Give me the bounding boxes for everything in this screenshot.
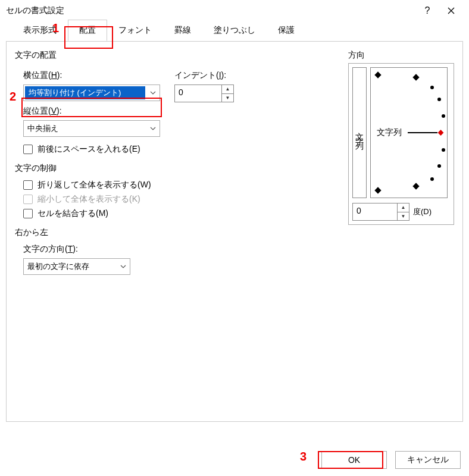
merge-cells-label: セルを結合する(M)	[37, 208, 108, 219]
dial-tick-icon	[412, 74, 419, 80]
text-control-label: 文字の制御	[15, 163, 259, 174]
justify-distributed-label: 前後にスペースを入れる(E)	[37, 144, 140, 155]
wrap-text-label: 折り返して全体を表示する(W)	[37, 180, 151, 190]
deg-down[interactable]: ▼	[398, 212, 409, 221]
rtl-group: 右から左 文字の方向(T): 最初の文字に依存	[15, 227, 259, 275]
ok-button[interactable]: OK	[321, 451, 387, 469]
orientation-needle	[408, 132, 437, 133]
justify-distributed-checkbox[interactable]: 前後にスペースを入れる(E)	[23, 144, 259, 155]
shrink-to-fit-label: 縮小して全体を表示する(K)	[37, 194, 140, 205]
dial-dot	[437, 98, 441, 101]
indent-spinner[interactable]: 0 ▲ ▼	[174, 84, 234, 102]
vertical-align-dropdown[interactable]: 中央揃え	[23, 120, 160, 137]
shrink-to-fit-checkbox: 縮小して全体を表示する(K)	[23, 194, 259, 205]
annotation-1: 1	[52, 21, 59, 35]
horizontal-align-value: 均等割り付け (インデント)	[25, 86, 145, 99]
text-alignment-group: 文字の配置 横位置(H): 均等割り付け (インデント)	[15, 50, 259, 155]
wrap-text-checkbox[interactable]: 折り返して全体を表示する(W)	[23, 180, 259, 190]
indent-label: インデント(I):	[174, 70, 234, 81]
tab-border[interactable]: 罫線	[163, 20, 202, 41]
tab-protection[interactable]: 保護	[267, 20, 306, 41]
tab-fill[interactable]: 塗りつぶし	[202, 20, 267, 41]
dial-tick-icon	[412, 183, 419, 189]
dial-dot	[442, 148, 445, 152]
text-direction-dropdown[interactable]: 最初の文字に依存	[23, 258, 130, 275]
dial-dot	[430, 177, 434, 181]
dial-dot	[442, 114, 445, 118]
horizontal-align-dropdown[interactable]: 均等割り付け (インデント)	[23, 84, 160, 101]
orientation-degrees-spinner[interactable]: 0 ▲ ▼	[352, 203, 409, 221]
indent-down[interactable]: ▼	[222, 94, 233, 102]
orientation-dial-label: 文字列	[377, 127, 402, 138]
dialog-footer: OK キャンセル	[321, 451, 461, 469]
deg-up[interactable]: ▲	[398, 203, 409, 212]
chevron-down-icon	[146, 121, 160, 136]
indent-value[interactable]: 0	[175, 85, 221, 102]
chevron-down-icon	[146, 85, 160, 101]
text-direction-label: 文字の方向(T):	[23, 244, 259, 255]
orientation-vertical-text[interactable]: 文字列	[352, 67, 367, 198]
dial-dot	[430, 86, 434, 89]
vertical-label: 縦位置(V):	[23, 106, 259, 117]
text-direction-value: 最初の文字に依存	[24, 261, 117, 272]
rtl-label: 右から左	[15, 227, 259, 238]
vertical-align-value: 中央揃え	[24, 123, 146, 134]
indent-up[interactable]: ▲	[222, 85, 233, 94]
annotation-2: 2	[10, 90, 16, 104]
merge-cells-checkbox[interactable]: セルを結合する(M)	[23, 208, 259, 219]
cancel-button[interactable]: キャンセル	[395, 451, 461, 469]
dial-tick-icon	[374, 71, 381, 78]
checkbox-box	[23, 195, 33, 204]
dial-dot	[437, 164, 441, 168]
tab-number-format[interactable]: 表示形式	[12, 20, 68, 41]
orientation-pointer	[438, 130, 444, 136]
text-alignment-label: 文字の配置	[15, 50, 259, 61]
tab-bar: 表示形式 配置 フォント 罫線 塗りつぶし 保護	[0, 21, 469, 42]
checkbox-box	[23, 180, 33, 190]
close-icon	[448, 7, 455, 14]
horizontal-label: 横位置(H):	[23, 70, 160, 81]
tab-panel-alignment: 文字の配置 横位置(H): 均等割り付け (インデント)	[6, 41, 463, 422]
orientation-label: 方向	[348, 50, 454, 61]
close-button[interactable]	[439, 2, 463, 20]
help-button[interactable]: ?	[415, 2, 439, 20]
text-control-group: 文字の制御 折り返して全体を表示する(W) 縮小して全体を表示する(K)	[15, 163, 259, 219]
dial-tick-icon	[374, 187, 381, 193]
annotation-3: 3	[300, 450, 307, 464]
orientation-degrees-label: 度(D)	[413, 206, 432, 217]
window-title: セルの書式設定	[6, 5, 415, 16]
checkbox-box	[23, 145, 33, 154]
orientation-degrees-value[interactable]: 0	[353, 203, 397, 220]
tab-font[interactable]: フォント	[107, 20, 163, 41]
checkbox-box	[23, 209, 33, 218]
orientation-group: 方向 文字列 文字列	[348, 50, 454, 225]
titlebar: セルの書式設定 ?	[0, 0, 469, 21]
chevron-down-icon	[117, 259, 130, 274]
orientation-dial[interactable]: 文字列	[370, 67, 448, 198]
tab-alignment[interactable]: 配置	[68, 20, 107, 41]
